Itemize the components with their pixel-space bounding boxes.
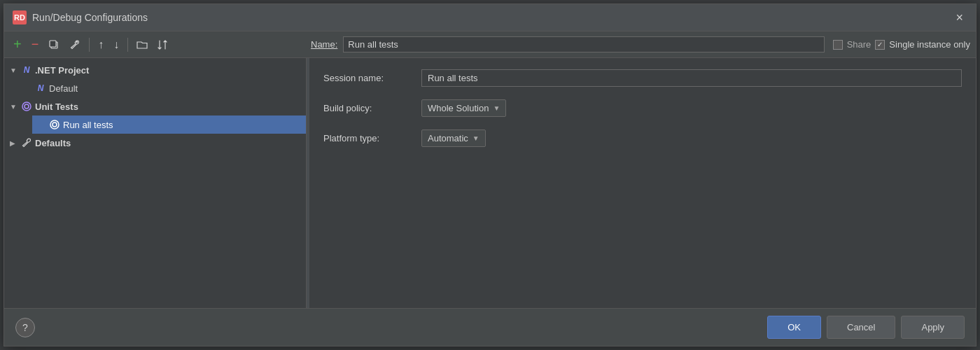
tree-item-defaults[interactable]: Defaults <box>4 134 306 152</box>
remove-button[interactable]: − <box>28 35 43 54</box>
platform-type-row: Platform type: Automatic ▼ <box>323 130 962 147</box>
platform-type-label: Platform type: <box>323 133 421 144</box>
content-area: N .NET Project N Default Unit Tests <box>4 58 976 308</box>
toolbar-right: Name: Share Single instance only <box>311 36 970 52</box>
move-up-button[interactable]: ↑ <box>94 36 107 53</box>
tree-label-defaults: Defaults <box>35 138 71 148</box>
svg-point-5 <box>50 120 59 129</box>
dialog-icon: RD <box>13 10 27 24</box>
ok-button[interactable]: OK <box>767 316 821 339</box>
main-panel: Session name: Build policy: Whole Soluti… <box>309 58 976 308</box>
name-section: Name: <box>311 36 825 52</box>
share-label: Share <box>847 39 872 50</box>
tree-item-run-all-tests[interactable]: Run all tests <box>32 115 306 134</box>
svg-point-6 <box>52 122 57 127</box>
svg-point-4 <box>24 104 29 108</box>
help-button[interactable]: ? <box>15 318 35 337</box>
platform-type-arrow: ▼ <box>472 134 479 142</box>
dialog-title: Run/Debug Configurations <box>32 12 148 23</box>
footer-right: OK Cancel Apply <box>767 316 965 339</box>
platform-type-dropdown[interactable]: Automatic ▼ <box>421 130 486 147</box>
sort-button[interactable] <box>154 37 171 52</box>
name-input[interactable] <box>343 36 824 52</box>
toolbar-separator-1 <box>89 38 90 52</box>
tree-arrow-unit-tests <box>10 103 18 111</box>
apply-button[interactable]: Apply <box>901 316 965 339</box>
tree-arrow-defaults <box>10 139 18 147</box>
tree-arrow-net-project <box>10 66 18 74</box>
name-label: Name: <box>311 39 337 50</box>
tree-label-default: Default <box>49 83 78 94</box>
footer: ? OK Cancel Apply <box>4 308 976 346</box>
toolbar: + − ↑ ↓ <box>4 31 976 58</box>
tree-item-default[interactable]: N Default <box>18 79 306 97</box>
net-icon: N <box>21 64 32 76</box>
build-policy-value: Whole Solution <box>428 103 489 113</box>
run-debug-dialog: RD Run/Debug Configurations × + − <box>4 4 976 346</box>
session-name-label: Session name: <box>323 73 421 83</box>
net-icon-default: N <box>35 83 46 94</box>
move-down-button[interactable]: ↓ <box>110 36 122 53</box>
title-bar-left: RD Run/Debug Configurations <box>13 10 148 24</box>
session-name-input[interactable] <box>421 69 962 87</box>
cancel-button[interactable]: Cancel <box>827 316 895 339</box>
build-policy-dropdown[interactable]: Whole Solution ▼ <box>421 99 506 117</box>
share-section: Share Single instance only <box>833 39 970 50</box>
sidebar: N .NET Project N Default Unit Tests <box>4 58 307 308</box>
unit-icon-run-all <box>49 119 60 130</box>
tree-label-unit-tests: Unit Tests <box>35 102 78 112</box>
toolbar-left: + − ↑ ↓ <box>10 34 311 55</box>
svg-point-2 <box>76 41 78 42</box>
build-policy-arrow: ▼ <box>493 104 500 112</box>
single-instance-label: Single instance only <box>889 39 970 50</box>
tree-item-net-project[interactable]: N .NET Project <box>4 61 306 79</box>
tree-label-run-all-tests: Run all tests <box>63 120 113 130</box>
svg-rect-1 <box>50 41 56 47</box>
svg-point-3 <box>22 102 31 111</box>
build-policy-row: Build policy: Whole Solution ▼ <box>323 99 962 117</box>
copy-button[interactable] <box>45 37 63 52</box>
tree-label-net-project: .NET Project <box>35 65 89 76</box>
build-policy-label: Build policy: <box>323 103 421 113</box>
toolbar-separator-2 <box>127 38 128 52</box>
add-button[interactable]: + <box>10 34 25 55</box>
tree-item-unit-tests[interactable]: Unit Tests <box>4 97 306 115</box>
folder-button[interactable] <box>133 38 151 52</box>
footer-left: ? <box>15 318 35 337</box>
single-instance-checkbox[interactable] <box>875 40 885 50</box>
title-bar: RD Run/Debug Configurations × <box>4 4 976 31</box>
unit-icon <box>21 101 32 112</box>
close-button[interactable]: × <box>951 10 967 25</box>
wrench-button[interactable] <box>66 37 84 52</box>
wrench-icon-defaults <box>21 137 32 148</box>
session-name-row: Session name: <box>323 69 962 87</box>
platform-type-value: Automatic <box>428 133 468 144</box>
share-checkbox[interactable] <box>833 40 843 50</box>
